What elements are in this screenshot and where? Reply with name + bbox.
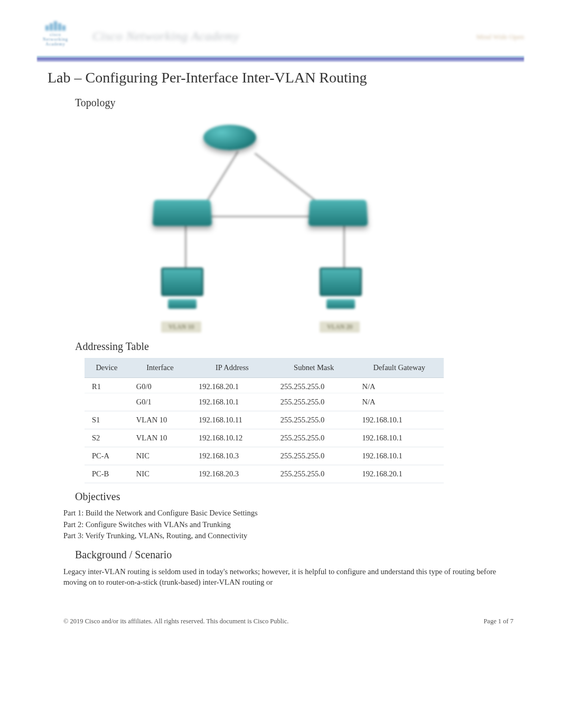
cable <box>207 151 239 201</box>
logo-subtext: Networking Academy <box>37 37 74 47</box>
table-row: S2 VLAN 10 192.168.10.12 255.255.255.0 1… <box>85 429 444 447</box>
objective-part2: Part 2: Configure Switches with VLANs an… <box>63 520 513 530</box>
cell: R1 <box>85 378 129 393</box>
cell: 192.168.10.1 <box>355 447 444 465</box>
th-interface: Interface <box>129 358 191 378</box>
topology-diagram: VLAN 10 VLAN 20 <box>121 114 396 331</box>
table-row: S1 VLAN 10 192.168.10.11 255.255.255.0 1… <box>85 411 444 429</box>
th-ip: IP Address <box>191 358 273 378</box>
cell: 255.255.255.0 <box>273 393 355 411</box>
cell: VLAN 10 <box>129 429 191 447</box>
section-addressing: Addressing Table <box>75 340 524 353</box>
background-paragraph: Legacy inter-VLAN routing is seldom used… <box>63 566 513 588</box>
cell: N/A <box>355 393 444 411</box>
cell: PC-B <box>85 465 129 483</box>
objective-part1: Part 1: Build the Network and Configure … <box>63 508 513 519</box>
cell <box>85 393 129 411</box>
table-row: R1 G0/0 192.168.20.1 255.255.255.0 N/A <box>85 378 444 393</box>
cell: 192.168.20.1 <box>191 378 273 393</box>
addressing-table: Device Interface IP Address Subnet Mask … <box>85 358 444 483</box>
pc-icon <box>320 268 362 311</box>
router-icon <box>203 125 256 150</box>
header-center: Cisco Networking Academy <box>92 29 239 43</box>
pc-icon <box>161 268 203 311</box>
cell: 192.168.10.1 <box>355 411 444 429</box>
cell: 192.168.10.11 <box>191 411 273 429</box>
footer-copyright: © 2019 Cisco and/or its affiliates. All … <box>63 618 288 625</box>
cell: S2 <box>85 429 129 447</box>
objective-part3: Part 3: Verify Trunking, VLANs, Routing,… <box>63 531 513 541</box>
logo-text: cisco <box>37 32 74 37</box>
cell: 192.168.10.12 <box>191 429 273 447</box>
table-row: PC-B NIC 192.168.20.3 255.255.255.0 192.… <box>85 465 444 483</box>
table-row: G0/1 192.168.10.1 255.255.255.0 N/A <box>85 393 444 411</box>
cable <box>343 223 345 270</box>
vlan-label-right: VLAN 20 <box>320 321 360 333</box>
header: cisco Networking Academy Cisco Networkin… <box>37 21 524 53</box>
cell: G0/1 <box>129 393 191 411</box>
cell: 192.168.20.1 <box>355 465 444 483</box>
cell: 255.255.255.0 <box>273 378 355 393</box>
cell: 192.168.20.3 <box>191 465 273 483</box>
switch-icon <box>152 200 212 226</box>
cell: 192.168.10.3 <box>191 447 273 465</box>
header-tagline: Mind Wide Open <box>476 33 524 41</box>
cable <box>254 153 317 203</box>
cell: NIC <box>129 465 191 483</box>
cable <box>206 216 312 217</box>
page-title: Lab – Configuring Per-Interface Inter-VL… <box>48 69 524 86</box>
section-objectives: Objectives <box>75 491 524 503</box>
footer: © 2019 Cisco and/or its affiliates. All … <box>37 618 524 625</box>
cell: 192.168.10.1 <box>191 393 273 411</box>
section-topology: Topology <box>75 97 524 109</box>
cell: 255.255.255.0 <box>273 465 355 483</box>
section-background: Background / Scenario <box>75 549 524 561</box>
footer-page: Page 1 of 7 <box>483 618 513 625</box>
th-mask: Subnet Mask <box>273 358 355 378</box>
cable <box>185 223 186 270</box>
cell: VLAN 10 <box>129 411 191 429</box>
cell: N/A <box>355 378 444 393</box>
cell: 192.168.10.1 <box>355 429 444 447</box>
cell: S1 <box>85 411 129 429</box>
cell: 255.255.255.0 <box>273 447 355 465</box>
table-row: PC-A NIC 192.168.10.3 255.255.255.0 192.… <box>85 447 444 465</box>
switch-icon <box>308 200 368 226</box>
cell: NIC <box>129 447 191 465</box>
divider-purple <box>37 58 524 62</box>
th-device: Device <box>85 358 129 378</box>
cell: 255.255.255.0 <box>273 411 355 429</box>
cell: PC-A <box>85 447 129 465</box>
vlan-label-left: VLAN 10 <box>161 321 201 333</box>
table-header-row: Device Interface IP Address Subnet Mask … <box>85 358 444 378</box>
th-gateway: Default Gateway <box>355 358 444 378</box>
cisco-logo-icon: cisco Networking Academy <box>37 21 74 48</box>
cell: 255.255.255.0 <box>273 429 355 447</box>
cell: G0/0 <box>129 378 191 393</box>
